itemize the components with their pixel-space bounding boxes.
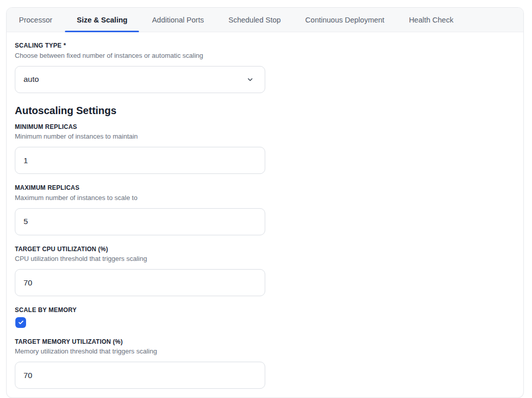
tab-health-check[interactable]: Health Check — [397, 8, 466, 32]
chevron-down-icon — [247, 76, 253, 83]
target-cpu-utilization-label: TARGET CPU UTILIZATION (%) — [15, 246, 515, 253]
scaling-type-description: Choose between fixed number of instances… — [15, 52, 515, 60]
minimum-replicas-input[interactable] — [15, 147, 265, 174]
tab-continuous-deployment[interactable]: Continuous Deployment — [293, 8, 397, 32]
target-cpu-utilization-input[interactable] — [15, 269, 265, 296]
target-memory-utilization-label: TARGET MEMORY UTILIZATION (%) — [15, 339, 515, 345]
scaling-type-label: SCALING TYPE * — [15, 42, 515, 49]
minimum-replicas-label: MINIMUM REPLICAS — [15, 124, 515, 130]
target-cpu-utilization-field: TARGET CPU UTILIZATION (%) CPU utilizati… — [15, 246, 515, 297]
maximum-replicas-label: MAXIMUM REPLICAS — [15, 185, 515, 191]
settings-card: Processor Size & Scaling Additional Port… — [6, 7, 524, 398]
scale-by-memory-checkbox[interactable] — [15, 317, 26, 328]
tab-scheduled-stop[interactable]: Scheduled Stop — [216, 8, 293, 32]
check-icon — [18, 319, 24, 325]
target-cpu-utilization-description: CPU utilization threshold that triggers … — [15, 255, 515, 263]
scaling-type-field: SCALING TYPE * Choose between fixed numb… — [15, 42, 515, 93]
autoscaling-settings-heading: Autoscaling Settings — [15, 104, 515, 117]
tab-bar: Processor Size & Scaling Additional Port… — [7, 8, 523, 32]
target-memory-utilization-input[interactable] — [15, 362, 265, 389]
tab-size-scaling[interactable]: Size & Scaling — [64, 8, 140, 32]
scale-by-memory-field: SCALE BY MEMORY — [15, 307, 515, 328]
target-memory-utilization-field: TARGET MEMORY UTILIZATION (%) Memory uti… — [15, 339, 515, 389]
minimum-replicas-field: MINIMUM REPLICAS Minimum number of insta… — [15, 124, 515, 174]
size-scaling-panel: SCALING TYPE * Choose between fixed numb… — [7, 32, 523, 397]
maximum-replicas-field: MAXIMUM REPLICAS Maximum number of insta… — [15, 185, 515, 235]
maximum-replicas-input[interactable] — [15, 208, 265, 235]
scaling-type-select[interactable]: auto — [15, 66, 265, 93]
tab-additional-ports[interactable]: Additional Ports — [140, 8, 216, 32]
scale-by-memory-label: SCALE BY MEMORY — [15, 307, 515, 314]
tab-processor[interactable]: Processor — [7, 8, 64, 32]
minimum-replicas-description: Minimum number of instances to maintain — [15, 133, 515, 141]
scaling-type-selected-value: auto — [24, 75, 39, 84]
maximum-replicas-description: Maximum number of instances to scale to — [15, 194, 515, 202]
target-memory-utilization-description: Memory utilization threshold that trigge… — [15, 348, 515, 356]
